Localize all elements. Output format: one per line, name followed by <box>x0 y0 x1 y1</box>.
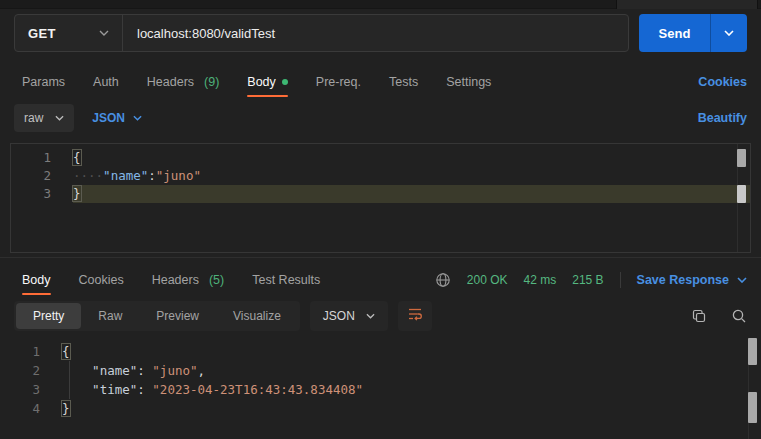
editor-cursor-marker <box>737 185 746 203</box>
response-tab-headers[interactable]: Headers(5) <box>152 273 225 287</box>
line-number: 2 <box>11 167 51 185</box>
method-label: GET <box>28 26 56 41</box>
tab-settings[interactable]: Settings <box>446 75 491 89</box>
chevron-down-icon <box>55 115 64 121</box>
line-number: 4 <box>0 399 40 418</box>
url-input[interactable] <box>123 15 628 51</box>
send-button[interactable]: Send <box>639 14 747 52</box>
copy-icon[interactable] <box>691 308 707 324</box>
workspace-tab-edge <box>616 0 758 9</box>
body-type-row: raw JSON Beautify <box>14 104 747 132</box>
chevron-down-icon <box>99 30 109 36</box>
tab-headers[interactable]: Headers(9) <box>147 75 220 89</box>
editor-scrollbar-thumb[interactable] <box>737 149 746 167</box>
response-body-viewer[interactable]: 1{2 "name": "juno",3 "time": "2023-04-23… <box>0 338 761 439</box>
status-badge[interactable]: 200 OK <box>467 273 508 287</box>
code-line: 1{ <box>11 149 750 167</box>
code-line: 2····"name":"juno" <box>11 167 750 185</box>
headers-count: (9) <box>204 75 219 89</box>
indent-guide <box>69 361 70 399</box>
code-line: 3 "time": "2023-04-23T16:43:43.834408" <box>0 380 761 399</box>
chevron-down-icon <box>724 30 734 36</box>
line-number: 1 <box>0 342 40 361</box>
tab-body[interactable]: Body <box>247 75 288 89</box>
tab-params[interactable]: Params <box>22 75 65 89</box>
response-scrollbar-thumb[interactable] <box>748 338 757 365</box>
body-modified-dot-icon <box>282 79 288 85</box>
request-bar: GET Send <box>14 14 747 52</box>
code-line: 1{ <box>0 342 761 361</box>
response-scrollbar-thumb[interactable] <box>748 392 757 423</box>
response-tabs: Body Cookies Headers(5) Test Results 200… <box>22 267 747 293</box>
url-box: GET <box>14 14 629 52</box>
chevron-down-icon <box>133 115 142 121</box>
response-time[interactable]: 42 ms <box>524 273 557 287</box>
save-response-button[interactable]: Save Response <box>637 273 747 287</box>
method-dropdown[interactable]: GET <box>15 15 123 51</box>
wrap-text-button[interactable] <box>398 301 432 331</box>
beautify-link[interactable]: Beautify <box>698 111 747 125</box>
response-view-toolbar: Pretty Raw Preview Visualize JSON <box>14 301 747 331</box>
response-tab-body[interactable]: Body <box>22 273 51 287</box>
response-language-dropdown[interactable]: JSON <box>310 301 388 331</box>
divider <box>620 272 621 288</box>
view-tab-pretty[interactable]: Pretty <box>16 303 81 329</box>
window-top-strip <box>0 0 761 9</box>
language-label: JSON <box>92 111 125 125</box>
response-tab-cookies[interactable]: Cookies <box>79 273 124 287</box>
line-number: 3 <box>0 380 40 399</box>
response-tab-test-results[interactable]: Test Results <box>252 273 320 287</box>
line-number: 3 <box>11 185 51 203</box>
view-tab-preview[interactable]: Preview <box>139 303 216 329</box>
view-tab-raw[interactable]: Raw <box>81 303 139 329</box>
tab-auth[interactable]: Auth <box>93 75 119 89</box>
cookies-link[interactable]: Cookies <box>698 75 747 89</box>
view-tab-visualize[interactable]: Visualize <box>216 303 298 329</box>
response-size[interactable]: 215 B <box>572 273 603 287</box>
response-headers-count: (5) <box>209 273 224 287</box>
wrap-text-icon <box>407 306 423 326</box>
code-line: 4} <box>0 399 761 418</box>
body-type-label: raw <box>24 111 43 125</box>
code-line: 2 "name": "juno", <box>0 361 761 380</box>
body-type-dropdown[interactable]: raw <box>14 104 74 132</box>
send-button-label[interactable]: Send <box>639 14 711 52</box>
send-options-caret[interactable] <box>711 14 747 52</box>
response-language-label: JSON <box>323 309 355 323</box>
response-tool-icons <box>691 308 747 324</box>
response-section: Body Cookies Headers(5) Test Results 200… <box>0 257 761 439</box>
network-globe-icon[interactable] <box>435 272 451 288</box>
language-dropdown[interactable]: JSON <box>92 111 142 125</box>
chevron-down-icon <box>366 313 375 319</box>
chevron-down-icon <box>737 277 747 283</box>
tab-pre-req[interactable]: Pre-req. <box>316 75 361 89</box>
code-line: 3} <box>11 185 750 203</box>
view-mode-segmented-control: Pretty Raw Preview Visualize <box>14 301 300 331</box>
tab-tests[interactable]: Tests <box>389 75 418 89</box>
search-icon[interactable] <box>731 308 747 324</box>
request-body-editor[interactable]: 1{2····"name":"juno"3} <box>10 143 751 253</box>
line-number: 2 <box>0 361 40 380</box>
line-number: 1 <box>11 149 51 167</box>
response-meta: 200 OK 42 ms 215 B Save Response <box>435 272 747 288</box>
request-tabs: Params Auth Headers(9) Body Pre-req. Tes… <box>22 68 747 96</box>
